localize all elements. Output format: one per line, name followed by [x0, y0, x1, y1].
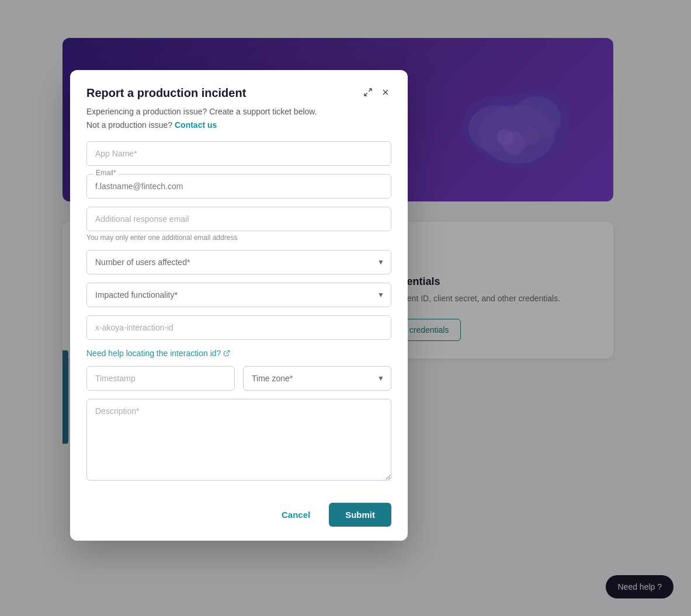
external-link-icon — [223, 350, 230, 357]
users-affected-group: Number of users affected* 1–10 11–100 10… — [86, 250, 391, 274]
impacted-functionality-select[interactable]: Impacted functionality* Login Payments D… — [86, 283, 391, 307]
submit-button[interactable]: Submit — [329, 503, 391, 527]
modal-contact-line: Not a production issue? Contact us — [86, 120, 391, 130]
cancel-button[interactable]: Cancel — [272, 504, 320, 525]
additional-email-hint: You may only enter one additional email … — [86, 234, 391, 242]
modal-title-row: Report a production incident — [86, 86, 391, 100]
app-name-input[interactable] — [86, 141, 391, 166]
timezone-group: Time zone* UTC EST PST ▼ — [243, 366, 391, 391]
app-name-group — [86, 141, 391, 166]
contact-us-link[interactable]: Contact us — [175, 120, 217, 130]
modal-header: Report a production incident Experiencin… — [70, 70, 408, 130]
interaction-id-group — [86, 315, 391, 340]
svg-line-13 — [226, 351, 230, 354]
description-textarea[interactable] — [86, 399, 391, 481]
timestamp-group — [86, 366, 235, 391]
email-input[interactable] — [86, 174, 391, 199]
email-label: Email* — [93, 169, 119, 177]
help-interaction-id-link[interactable]: Need help locating the interaction id? — [86, 349, 230, 358]
interaction-id-input[interactable] — [86, 315, 391, 340]
modal-subtitle: Experiencing a production issue? Create … — [86, 106, 391, 118]
timestamp-input[interactable] — [86, 366, 235, 391]
users-affected-select[interactable]: Number of users affected* 1–10 11–100 10… — [86, 250, 391, 274]
timestamp-timezone-row: Time zone* UTC EST PST ▼ — [86, 366, 391, 391]
impacted-functionality-group: Impacted functionality* Login Payments D… — [86, 283, 391, 307]
email-group: Email* — [86, 174, 391, 199]
modal-header-icons — [362, 86, 391, 98]
timezone-select[interactable]: Time zone* UTC EST PST — [243, 366, 391, 391]
additional-email-input[interactable] — [86, 207, 391, 231]
description-group — [86, 399, 391, 483]
modal-footer: Cancel Submit — [70, 491, 408, 541]
modal-body: Email* You may only enter one additional… — [70, 141, 408, 491]
additional-email-group — [86, 207, 391, 231]
modal-title: Report a production incident — [86, 86, 246, 100]
close-button[interactable] — [380, 86, 391, 98]
report-incident-modal: Report a production incident Experiencin… — [70, 70, 408, 541]
compress-button[interactable] — [362, 86, 374, 98]
